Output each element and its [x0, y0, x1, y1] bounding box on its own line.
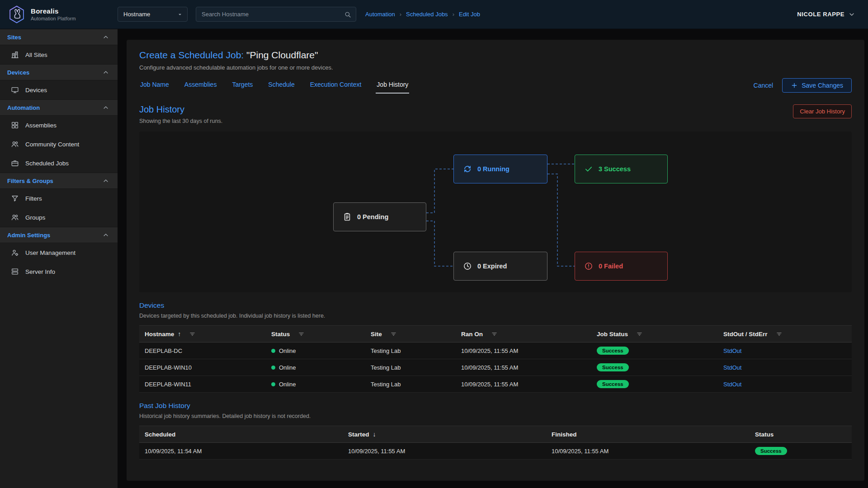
search-hostname-box — [196, 7, 356, 22]
clipboard-icon — [343, 212, 352, 221]
user-gear-icon — [11, 249, 19, 257]
column-label: Hostname — [145, 331, 174, 338]
tab-job-history[interactable]: Job History — [376, 77, 409, 94]
status-badge: Success — [755, 447, 787, 455]
sidebar-section-admin-settings[interactable]: Admin Settings — [0, 227, 118, 243]
column-header-status[interactable]: Status — [266, 331, 365, 338]
sidebar-item-label: Assemblies — [25, 122, 57, 129]
job-status-flow-panel: 0 Pending 0 Running 3 Success 0 Expired … — [139, 131, 852, 292]
tab-assemblies[interactable]: Assemblies — [184, 77, 218, 94]
column-header-started[interactable]: Started ↓ — [343, 431, 546, 438]
filter-icon[interactable] — [298, 331, 305, 338]
column-header-scheduled[interactable]: Scheduled — [139, 431, 343, 438]
brand[interactable]: Borealis Automation Platform — [7, 5, 118, 24]
past-job-history-heading: Past Job History — [139, 402, 852, 410]
funnel-icon — [11, 194, 19, 202]
sidebar-item-label: Server Info — [25, 268, 55, 275]
column-header-status[interactable]: Status — [750, 431, 852, 438]
column-header-site[interactable]: Site — [365, 331, 456, 338]
sidebar-item-server-info[interactable]: Server Info — [0, 262, 118, 281]
stdout-link[interactable]: StdOut — [723, 364, 741, 371]
column-label: Site — [371, 331, 382, 338]
top-bar: Borealis Automation Platform Hostname Au… — [0, 0, 868, 29]
assemblies-grid-icon — [11, 121, 19, 129]
column-header-job-status[interactable]: Job Status — [591, 331, 718, 338]
sidebar-item-label: Filters — [25, 195, 42, 202]
filter-icon[interactable] — [491, 331, 498, 338]
chevron-up-icon — [102, 69, 109, 76]
sidebar-item-groups[interactable]: Groups — [0, 208, 118, 227]
column-label: StdOut / StdErr — [723, 331, 768, 338]
hostname-select[interactable]: Hostname — [118, 7, 188, 22]
column-header-ran-on[interactable]: Ran On — [456, 331, 591, 338]
sidebar-item-label: Community Content — [25, 141, 79, 148]
table-row: 10/09/2025, 11:54 AM 10/09/2025, 11:55 A… — [139, 443, 852, 460]
sidebar-item-user-management[interactable]: User Management — [0, 243, 118, 262]
job-status-cell: Success — [591, 347, 718, 355]
sidebar-item-scheduled-jobs[interactable]: Scheduled Jobs — [0, 154, 118, 173]
error-circle-icon — [584, 262, 593, 271]
node-success-label: 3 Success — [599, 165, 631, 173]
sidebar-item-assemblies[interactable]: Assemblies — [0, 116, 118, 135]
node-running: 0 Running — [453, 155, 547, 183]
search-hostname-input[interactable] — [202, 11, 344, 18]
column-header-stdout[interactable]: StdOut / StdErr — [718, 331, 852, 338]
job-status-cell: Success — [591, 363, 718, 371]
filter-icon[interactable] — [390, 331, 397, 338]
clear-job-history-button[interactable]: Clear Job History — [793, 104, 852, 118]
breadcrumb-scheduled-jobs[interactable]: Scheduled Jobs — [406, 11, 448, 18]
briefcase-icon — [11, 159, 19, 167]
sidebar-item-filters[interactable]: Filters — [0, 189, 118, 208]
check-icon — [584, 164, 593, 174]
ran-on-cell: 10/09/2025, 11:55 AM — [456, 347, 591, 354]
tab-targets[interactable]: Targets — [231, 77, 254, 94]
cancel-button[interactable]: Cancel — [754, 82, 774, 89]
sidebar-section-automation[interactable]: Automation — [0, 99, 118, 116]
tab-schedule[interactable]: Schedule — [267, 77, 295, 94]
stdout-link[interactable]: StdOut — [723, 347, 741, 354]
sort-asc-icon[interactable]: ↑ — [178, 330, 181, 338]
plus-icon — [791, 82, 798, 89]
sidebar-item-devices[interactable]: Devices — [0, 80, 118, 99]
sidebar-section-devices[interactable]: Devices — [0, 64, 118, 80]
status-label: Online — [279, 381, 296, 388]
filter-icon[interactable] — [636, 331, 643, 338]
tab-job-name[interactable]: Job Name — [139, 77, 170, 94]
node-expired-label: 0 Expired — [477, 263, 507, 270]
sort-desc-icon[interactable]: ↓ — [373, 431, 376, 438]
past-table-header: Scheduled Started ↓ Finished Status — [139, 426, 852, 443]
job-history-header: Job History Showing the last 30 days of … — [139, 104, 852, 124]
stdout-link[interactable]: StdOut — [723, 381, 741, 388]
breadcrumb-automation[interactable]: Automation — [365, 11, 395, 18]
sidebar-section-sites[interactable]: Sites — [0, 29, 118, 45]
caret-down-icon — [176, 11, 184, 18]
status-cell: Success — [750, 447, 852, 455]
filter-icon[interactable] — [776, 331, 783, 338]
sidebar-item-all-sites[interactable]: All Sites — [0, 45, 118, 64]
column-label: Status — [755, 431, 774, 438]
started-cell: 10/09/2025, 11:55 AM — [343, 448, 546, 455]
column-header-hostname[interactable]: Hostname ↑ — [139, 330, 266, 338]
save-changes-button[interactable]: Save Changes — [782, 78, 852, 93]
server-icon — [11, 267, 19, 276]
column-label: Job Status — [597, 331, 628, 338]
search-icon[interactable] — [344, 11, 351, 18]
status-badge: Success — [597, 363, 629, 371]
hostname-cell: DEEPLAB-WIN11 — [139, 381, 266, 388]
scheduled-cell: 10/09/2025, 11:54 AM — [139, 448, 343, 455]
tab-execution-context[interactable]: Execution Context — [309, 77, 363, 94]
sidebar-item-label: Devices — [25, 87, 47, 94]
sidebar-section-filters-groups[interactable]: Filters & Groups — [0, 173, 118, 189]
past-job-history-table: Scheduled Started ↓ Finished Status 10/0… — [139, 426, 852, 460]
user-menu[interactable]: NICOLE RAPPE — [797, 11, 855, 18]
section-label: Devices — [7, 69, 29, 76]
finished-cell: 10/09/2025, 11:55 AM — [546, 448, 750, 455]
filter-icon[interactable] — [189, 331, 196, 338]
online-dot-icon — [271, 366, 275, 370]
breadcrumb-edit-job[interactable]: Edit Job — [459, 11, 480, 18]
section-label: Filters & Groups — [7, 178, 53, 184]
past-job-history-description: Historical job history summaries. Detail… — [139, 413, 852, 419]
column-header-finished[interactable]: Finished — [546, 431, 750, 438]
page-title: Create a Scheduled Job: "Ping Cloudflare… — [139, 50, 852, 61]
sidebar-item-community-content[interactable]: Community Content — [0, 135, 118, 154]
